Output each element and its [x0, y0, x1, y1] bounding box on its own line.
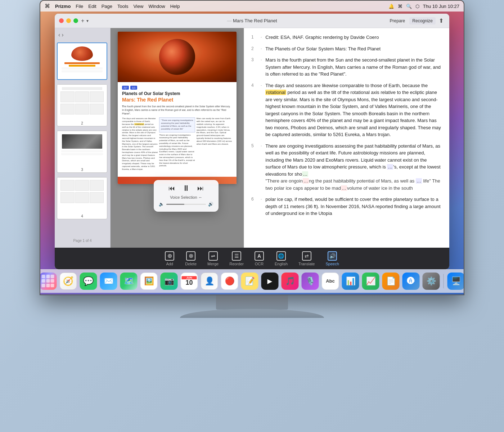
tool-delete[interactable]: ⊗ Delete: [185, 251, 197, 266]
recognize-button[interactable]: Recognize: [409, 17, 436, 24]
prepare-button[interactable]: Prepare: [387, 17, 408, 24]
maps-icon: 🗺️: [124, 276, 134, 286]
nav-down-icon[interactable]: ▾: [86, 18, 89, 23]
dock-item-appletv[interactable]: ▶: [261, 273, 279, 290]
thumbnail-img-1: [58, 43, 107, 79]
dock-item-reminders[interactable]: 🔴: [221, 273, 238, 290]
dock-item-contacts[interactable]: 👤: [201, 273, 218, 290]
doc-page: 2|7 1|1 Planets of Our Solar System Mars…: [118, 32, 237, 184]
dock-item-screen[interactable]: 🖥️: [447, 273, 465, 290]
menu-window[interactable]: Window: [148, 4, 165, 9]
text-line-5: 5 · There are ongoing investigations ass…: [251, 143, 442, 192]
voice-back-button[interactable]: ⏮: [168, 185, 175, 192]
menu-bar-left: ⌘ Prizmo File Edit Page Tools View Windo…: [45, 3, 180, 9]
line-content-1: Credit: ESA, INAF. Graphic rendering by …: [265, 34, 442, 41]
dock-item-mail[interactable]: ✉️: [100, 273, 117, 290]
doc-area[interactable]: 2|7 1|1 Planets of Our Solar System Mars…: [111, 28, 244, 248]
tool-reorder-label: Reorder: [229, 262, 244, 266]
speech-icon: 🔊: [328, 251, 337, 261]
dock-item-music[interactable]: 🎵: [282, 273, 299, 290]
dock-item-launchpad[interactable]: [40, 273, 57, 290]
page-thumbnail-3[interactable]: ✓ 3: [57, 131, 107, 173]
tool-speech-label: Speech: [325, 262, 339, 266]
facetime-icon: 📷: [164, 276, 174, 286]
tool-translate[interactable]: ⇄ Translate: [298, 251, 315, 266]
close-button[interactable]: [59, 18, 64, 23]
english-icon: 🌐: [276, 251, 286, 261]
doc-title-main: Planets of Our Solar System: [122, 91, 232, 96]
dock-item-prizmo[interactable]: Abc: [322, 273, 339, 290]
menu-page[interactable]: Page: [102, 4, 112, 9]
dock-item-podcasts[interactable]: 🎙️: [302, 273, 319, 290]
tool-ocr[interactable]: A OCR: [255, 251, 264, 266]
traffic-lights: [59, 18, 78, 23]
voice-pause-button[interactable]: ⏸: [182, 184, 190, 193]
menu-bar-right: 🔔 ⌘ 🔍 ⬡ Thu 10 Jun 10:27: [388, 4, 459, 9]
line-dot-1: ·: [261, 34, 262, 41]
dock-item-numbers[interactable]: 📈: [362, 273, 379, 290]
dock-item-safari[interactable]: 🧭: [60, 273, 77, 290]
menu-help[interactable]: Help: [170, 4, 180, 9]
line-dot-6: ·: [261, 196, 262, 217]
doc-columns: The days and seasons are likewise compar…: [122, 117, 232, 171]
dock-item-calendar[interactable]: JUN 10: [181, 273, 198, 290]
merge-icon: ⇌: [208, 251, 218, 261]
text-line-6: 6 · polar ice cap, if melted, would be s…: [251, 196, 442, 217]
tool-ocr-label: OCR: [255, 262, 264, 266]
dock-item-maps[interactable]: 🗺️: [120, 273, 138, 290]
voice-slider-fill: [166, 204, 184, 205]
voice-forward-button[interactable]: ⏭: [197, 185, 204, 192]
nav-add-button[interactable]: +: [81, 18, 84, 24]
translate-icon: ⇄: [302, 251, 311, 261]
page-label-3: 3: [57, 167, 107, 172]
tool-speech[interactable]: 🔊 Speech: [325, 251, 339, 266]
dock-item-keynote[interactable]: 📊: [342, 273, 359, 290]
line-content-3: Mars is the fourth planet from the Sun a…: [265, 57, 442, 78]
tool-english[interactable]: 🌐 English: [275, 251, 288, 266]
line-content-6: polar ice cap, if melted, would be suffi…: [265, 196, 442, 217]
notes-icon: 📝: [245, 276, 255, 286]
menu-file[interactable]: File: [76, 4, 83, 9]
menu-view[interactable]: View: [133, 4, 143, 9]
add-icon: ⊕: [165, 251, 174, 261]
page-thumbnail-2[interactable]: ✓: [57, 84, 107, 126]
dock-item-appstore[interactable]: 🅐: [402, 273, 420, 290]
airdrop-icon[interactable]: ⬡: [415, 4, 419, 9]
voice-slider[interactable]: [166, 204, 206, 205]
apple-logo-icon[interactable]: ⌘: [45, 3, 50, 9]
dock-item-notes[interactable]: 📝: [241, 273, 258, 290]
nav-back-icon[interactable]: ‹: [58, 32, 60, 38]
tool-reorder[interactable]: ☰ Reorder: [229, 251, 244, 266]
page-thumbnail-4[interactable]: 4: [57, 177, 107, 219]
doc-col-1: The days and seasons are likewise compar…: [122, 117, 158, 171]
reorder-icon: ☰: [232, 251, 241, 261]
tool-merge[interactable]: ⇌ Merge: [207, 251, 219, 266]
monitor-neck: [216, 295, 288, 310]
thumbnail-img-2: [57, 85, 107, 121]
maximize-button[interactable]: [73, 18, 78, 23]
mars-sphere: [159, 39, 195, 75]
ocr-icon: A: [255, 251, 264, 261]
delete-icon: ⊗: [186, 251, 195, 261]
notification-icon[interactable]: 🔔: [388, 4, 394, 9]
nav-forward-icon[interactable]: ›: [62, 32, 63, 38]
dock-item-messages[interactable]: 💬: [80, 273, 97, 290]
page-thumbnail-1[interactable]: ✓: [57, 42, 107, 80]
dock-item-syspreferences[interactable]: ⚙️: [423, 273, 440, 290]
dock-item-facetime[interactable]: 📷: [161, 273, 178, 290]
tool-add[interactable]: ⊕ Add: [165, 251, 174, 266]
line-content-5: There are ongoing investigations assessi…: [265, 143, 442, 192]
menu-edit[interactable]: Edit: [88, 4, 96, 9]
dock-item-pages[interactable]: 📄: [382, 273, 400, 290]
menu-tools[interactable]: Tools: [117, 4, 128, 9]
voice-overlay: ⏮ ⏸ ⏭ Voice Selection ↔ 🔈 🔊: [154, 180, 219, 212]
tool-translate-label: Translate: [298, 262, 315, 266]
thumbnail-img-3: [57, 131, 107, 167]
dock-item-photos[interactable]: 🖼️: [140, 273, 158, 290]
share-button[interactable]: ⬆: [437, 17, 445, 25]
minimize-button[interactable]: [66, 18, 71, 23]
dock-separator: [444, 274, 444, 288]
search-icon[interactable]: 🔍: [406, 4, 412, 9]
doc-mars-image: [118, 32, 237, 82]
monitor: ⌘ Prizmo File Edit Page Tools View Windo…: [40, 0, 464, 318]
